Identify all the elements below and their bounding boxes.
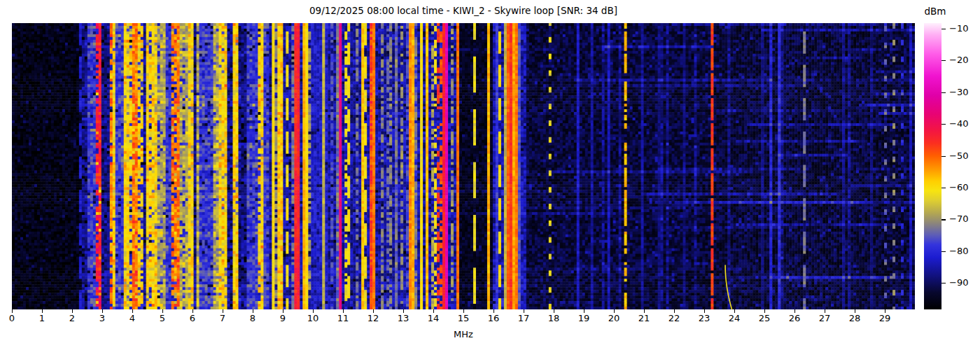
x-tick-label: 4	[118, 313, 146, 323]
colorbar-tick-mark	[941, 219, 946, 220]
colorbar-label: dBm	[918, 6, 952, 17]
x-tick-label: 9	[269, 313, 297, 323]
x-tick-label: 24	[720, 313, 748, 323]
x-tick-label: 15	[449, 313, 477, 323]
x-tick-label: 10	[299, 313, 327, 323]
x-tick-label: 7	[209, 313, 237, 323]
x-tick-label: 19	[570, 313, 598, 323]
x-axis-label: MHz	[12, 329, 915, 340]
colorbar-tick-label: −90	[949, 277, 980, 288]
x-tick-label: 8	[239, 313, 267, 323]
colorbar	[924, 23, 941, 309]
colorbar-tick-label: −50	[949, 150, 980, 162]
colorbar-tick-mark	[941, 29, 946, 29]
x-tick-label: 0	[0, 313, 26, 323]
colorbar-tick-mark	[941, 283, 946, 284]
spectrogram-canvas	[12, 23, 915, 309]
x-tick-label: 12	[359, 313, 387, 323]
colorbar-tick-label: −60	[949, 182, 980, 193]
x-tick-label: 5	[148, 313, 176, 323]
colorbar-tick-label: −80	[949, 246, 980, 257]
x-tick-label: 21	[630, 313, 658, 323]
colorbar-tick-label: −10	[949, 23, 980, 34]
colorbar-tick-mark	[941, 60, 946, 61]
colorbar-tick-label: −70	[949, 214, 980, 225]
x-tick-label: 13	[389, 313, 417, 323]
x-tick-label: 26	[780, 313, 808, 323]
colorbar-tick-mark	[941, 188, 946, 188]
x-tick-label: 25	[750, 313, 778, 323]
x-tick-label: 16	[479, 313, 507, 323]
colorbar-tick-mark	[941, 92, 946, 93]
spectrogram-figure: 09/12/2025 08:00 local time - KIWI_2 - S…	[0, 0, 980, 350]
x-tick-label: 22	[660, 313, 688, 323]
colorbar-tick-label: −30	[949, 87, 980, 98]
x-tick-label: 11	[329, 313, 357, 323]
x-tick-label: 3	[88, 313, 116, 323]
x-tick-label: 27	[811, 313, 839, 323]
x-tick-label: 1	[28, 313, 56, 323]
colorbar-tick-label: −40	[949, 118, 980, 130]
colorbar-tick-mark	[941, 124, 946, 125]
colorbar-tick-mark	[941, 251, 946, 252]
colorbar-tick-mark	[941, 156, 946, 157]
x-tick-label: 2	[58, 313, 86, 323]
x-tick-label: 6	[178, 313, 206, 323]
x-tick-label: 28	[841, 313, 869, 323]
x-tick-label: 23	[690, 313, 718, 323]
x-tick-label: 18	[540, 313, 568, 323]
colorbar-tick-label: −20	[949, 55, 980, 66]
chart-title: 09/12/2025 08:00 local time - KIWI_2 - S…	[12, 5, 915, 16]
x-tick-label: 29	[871, 313, 899, 323]
x-tick-label: 14	[419, 313, 447, 323]
x-tick-label: 17	[510, 313, 538, 323]
x-tick-label: 20	[600, 313, 628, 323]
